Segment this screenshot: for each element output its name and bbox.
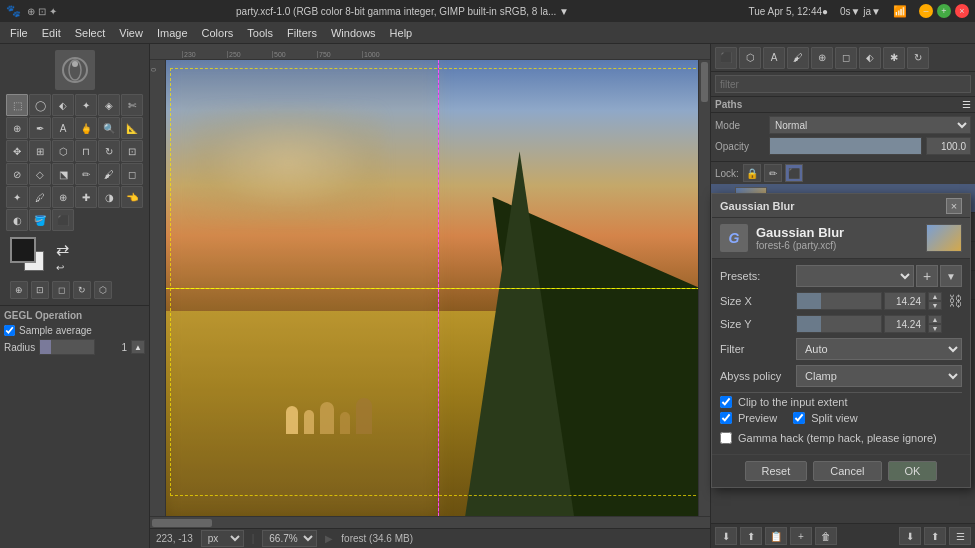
tool-airbrush[interactable]: ✦ xyxy=(6,186,28,208)
layer-tool-lower[interactable]: ⬇ xyxy=(715,527,737,545)
lock-draw-icon[interactable]: ✏ xyxy=(764,164,782,182)
sample-average-checkbox[interactable] xyxy=(4,325,15,336)
layer-tool-raise[interactable]: ⬆ xyxy=(740,527,762,545)
tool-eraser[interactable]: ◻ xyxy=(121,163,143,185)
tool-ink[interactable]: 🖊 xyxy=(29,186,51,208)
layer-tool-export[interactable]: ⬇ xyxy=(899,527,921,545)
lock-pixels-icon[interactable]: 🔒 xyxy=(743,164,761,182)
radius-slider[interactable] xyxy=(39,339,95,355)
layer-tool-delete[interactable]: 🗑 xyxy=(815,527,837,545)
panel-icon-9[interactable]: ↻ xyxy=(907,47,929,69)
layer-tool-duplicate[interactable]: 📋 xyxy=(765,527,787,545)
panel-icon-7[interactable]: ⬖ xyxy=(859,47,881,69)
tool-select-by-color[interactable]: ◈ xyxy=(98,94,120,116)
tool-rect-select[interactable]: ⬚ xyxy=(6,94,28,116)
menu-edit[interactable]: Edit xyxy=(36,25,67,41)
tool-extra4[interactable]: ↻ xyxy=(73,281,91,299)
scrollbar-thumb-v[interactable] xyxy=(701,62,708,102)
tool-bucket-fill[interactable]: 🪣 xyxy=(29,209,51,231)
presets-add-button[interactable]: + xyxy=(916,265,938,287)
swap-colors-icon[interactable]: ⇄ xyxy=(56,240,69,259)
tool-paths[interactable]: ✒ xyxy=(29,117,51,139)
tool-blur-sharpen[interactable]: ◐ xyxy=(6,209,28,231)
mode-select[interactable]: Normal xyxy=(769,116,971,134)
tool-color-picker[interactable]: 🖕 xyxy=(75,117,97,139)
filter-input[interactable] xyxy=(715,75,971,93)
panel-icon-4[interactable]: 🖌 xyxy=(787,47,809,69)
chain-icon[interactable]: ⛓ xyxy=(948,293,962,309)
tool-blend[interactable]: ⬛ xyxy=(52,209,74,231)
layer-tool-import[interactable]: ⬆ xyxy=(924,527,946,545)
split-view-checkbox[interactable] xyxy=(793,412,805,424)
tool-dodge-burn[interactable]: ◑ xyxy=(98,186,120,208)
tool-extra3[interactable]: ◻ xyxy=(52,281,70,299)
size-y-up[interactable]: ▲ xyxy=(928,315,942,324)
foreground-swatch[interactable] xyxy=(10,237,36,263)
reset-button[interactable]: Reset xyxy=(745,461,808,481)
panel-icon-3[interactable]: A xyxy=(763,47,785,69)
tool-shear[interactable]: ⊘ xyxy=(6,163,28,185)
canvas-content[interactable] xyxy=(166,60,710,516)
tool-pencil[interactable]: ✏ xyxy=(75,163,97,185)
tool-move[interactable]: ✥ xyxy=(6,140,28,162)
menu-file[interactable]: File xyxy=(4,25,34,41)
menu-select[interactable]: Select xyxy=(69,25,112,41)
zoom-select[interactable]: 66.7% 100% xyxy=(262,530,317,547)
size-x-up[interactable]: ▲ xyxy=(928,292,942,301)
tool-free-select[interactable]: ⬖ xyxy=(52,94,74,116)
tool-clone[interactable]: ⊕ xyxy=(52,186,74,208)
tool-crop[interactable]: ⊓ xyxy=(75,140,97,162)
tool-heal[interactable]: ✚ xyxy=(75,186,97,208)
status-unit-select[interactable]: px mm xyxy=(201,530,244,547)
panel-icon-2[interactable]: ⬡ xyxy=(739,47,761,69)
opacity-value[interactable]: 100.0 xyxy=(926,137,971,155)
scrollbar-thumb-h[interactable] xyxy=(152,519,212,527)
tool-text[interactable]: A xyxy=(52,117,74,139)
tool-scale[interactable]: ⊡ xyxy=(121,140,143,162)
size-x-slider[interactable] xyxy=(796,292,882,310)
scrollbar-vertical[interactable] xyxy=(698,60,710,516)
tool-extra2[interactable]: ⊡ xyxy=(31,281,49,299)
layer-tool-config[interactable]: ☰ xyxy=(949,527,971,545)
presets-menu-button[interactable]: ▼ xyxy=(940,265,962,287)
menu-image[interactable]: Image xyxy=(151,25,194,41)
tool-rotate[interactable]: ↻ xyxy=(98,140,120,162)
panel-icon-5[interactable]: ⊕ xyxy=(811,47,833,69)
gamma-hack-checkbox[interactable] xyxy=(720,432,732,444)
abyss-select[interactable]: Clamp None xyxy=(796,365,962,387)
tool-ellipse-select[interactable]: ◯ xyxy=(29,94,51,116)
tool-extra1[interactable]: ⊕ xyxy=(10,281,28,299)
tool-scissors[interactable]: ✄ xyxy=(121,94,143,116)
tool-zoom[interactable]: 🔍 xyxy=(98,117,120,139)
panel-icon-1[interactable]: ⬛ xyxy=(715,47,737,69)
tool-transform[interactable]: ⬡ xyxy=(52,140,74,162)
layer-tool-add[interactable]: + xyxy=(790,527,812,545)
cancel-button[interactable]: Cancel xyxy=(813,461,881,481)
tool-extra5[interactable]: ⬡ xyxy=(94,281,112,299)
tool-align[interactable]: ⊞ xyxy=(29,140,51,162)
tool-fuzzy-select[interactable]: ✦ xyxy=(75,94,97,116)
dialog-close-button[interactable]: × xyxy=(946,198,962,214)
tool-perspective[interactable]: ◇ xyxy=(29,163,51,185)
maximize-button[interactable]: + xyxy=(937,4,951,18)
ok-button[interactable]: OK xyxy=(888,461,938,481)
filter-select[interactable]: Auto IIR RLE xyxy=(796,338,962,360)
lock-alpha-icon[interactable]: ⬛ xyxy=(785,164,803,182)
minimize-button[interactable]: – xyxy=(919,4,933,18)
opacity-slider[interactable] xyxy=(769,137,922,155)
size-y-down[interactable]: ▼ xyxy=(928,324,942,333)
tool-measure[interactable]: 📐 xyxy=(121,117,143,139)
swatch-wrap[interactable] xyxy=(10,237,48,275)
size-y-value[interactable]: 14.24 xyxy=(884,315,926,333)
panel-icon-8[interactable]: ✱ xyxy=(883,47,905,69)
reset-colors-icon[interactable]: ↩ xyxy=(56,262,69,273)
clip-input-checkbox[interactable] xyxy=(720,396,732,408)
radius-up-arrow[interactable]: ▲ xyxy=(131,340,145,354)
scrollbar-horizontal[interactable] xyxy=(150,516,710,528)
size-y-slider[interactable] xyxy=(796,315,882,333)
close-button[interactable]: × xyxy=(955,4,969,18)
tool-smudge[interactable]: 👈 xyxy=(121,186,143,208)
tool-paintbrush[interactable]: 🖌 xyxy=(98,163,120,185)
tool-flip[interactable]: ⬔ xyxy=(52,163,74,185)
menu-view[interactable]: View xyxy=(113,25,149,41)
